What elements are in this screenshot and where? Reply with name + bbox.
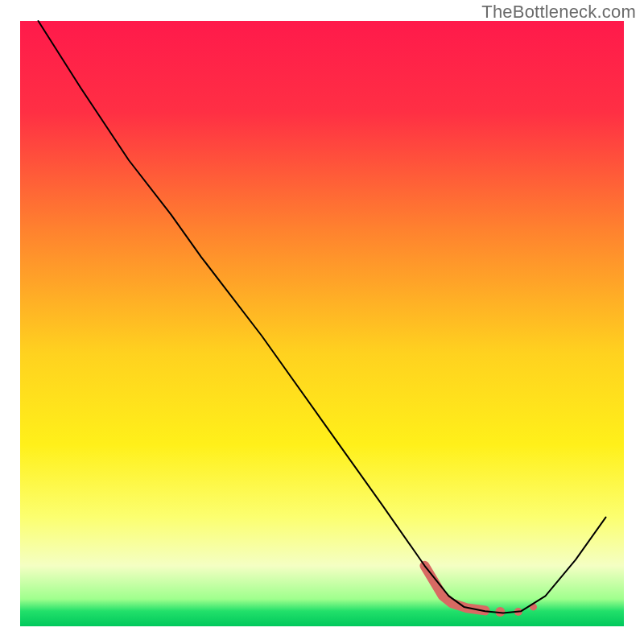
gradient-background bbox=[20, 21, 624, 626]
watermark-text: TheBottleneck.com bbox=[481, 2, 636, 23]
chart-root: TheBottleneck.com bbox=[0, 0, 644, 644]
chart-canvas bbox=[0, 0, 644, 644]
